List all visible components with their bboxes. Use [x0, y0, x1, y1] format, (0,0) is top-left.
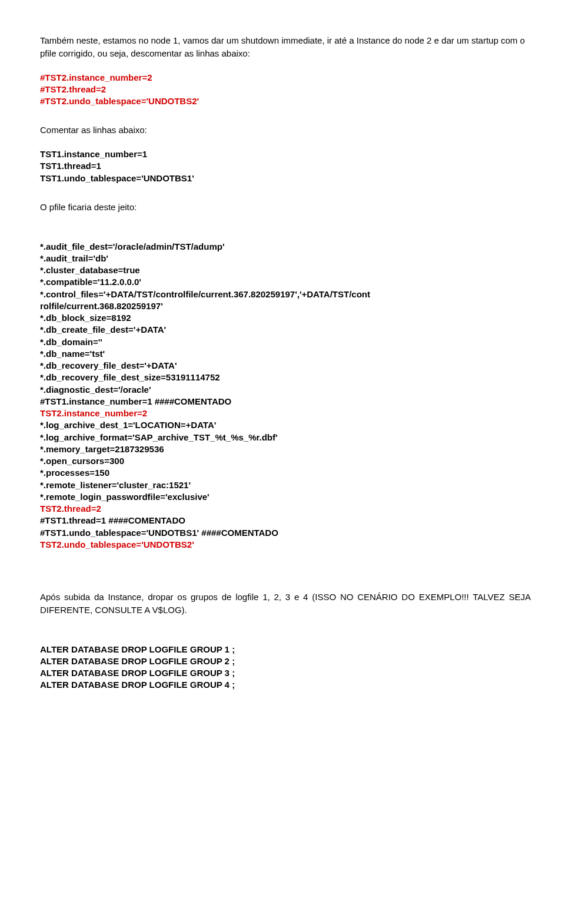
uncomment-line-2: #TST2.thread=2	[40, 84, 531, 95]
pfile-line: *.db_create_file_dest='+DATA'	[40, 324, 531, 336]
uncomment-line-3: #TST2.undo_tablespace='UNDOTBS2'	[40, 95, 531, 107]
drop-logfile-paragraph: Após subida da Instance, dropar os grupo…	[40, 591, 531, 617]
pfile-line: *.processes=150	[40, 467, 531, 479]
intro-paragraph: Também neste, estamos no node 1, vamos d…	[40, 34, 531, 60]
pfile-line: *.cluster_database=true	[40, 264, 531, 276]
uncomment-line-1: #TST2.instance_number=2	[40, 72, 531, 84]
pfile-line: rolfile/current.368.820259197'	[40, 300, 531, 312]
comment-line-2: TST1.thread=1	[40, 160, 531, 172]
pfile-line: *.db_block_size=8192	[40, 312, 531, 324]
comment-lines-block: TST1.instance_number=1 TST1.thread=1 TST…	[40, 148, 531, 184]
pfile-line-highlight: TST2.instance_number=2	[40, 408, 531, 419]
alter-line-4: ALTER DATABASE DROP LOGFILE GROUP 4 ;	[40, 679, 531, 691]
comment-line-3: TST1.undo_tablespace='UNDOTBS1'	[40, 173, 531, 184]
comment-line-1: TST1.instance_number=1	[40, 148, 531, 160]
pfile-line: *.log_archive_dest_1='LOCATION=+DATA'	[40, 419, 531, 431]
pfile-heading: O pfile ficaria deste jeito:	[40, 201, 531, 214]
alter-line-2: ALTER DATABASE DROP LOGFILE GROUP 2 ;	[40, 655, 531, 667]
pfile-block: *.audit_file_dest='/oracle/admin/TST/adu…	[40, 241, 531, 551]
alter-line-1: ALTER DATABASE DROP LOGFILE GROUP 1 ;	[40, 644, 531, 655]
pfile-line: *.remote_login_passwordfile='exclusive'	[40, 491, 531, 503]
pfile-line: *.audit_trail='db'	[40, 253, 531, 264]
pfile-line-highlight: TST2.undo_tablespace='UNDOTBS2'	[40, 539, 531, 551]
pfile-line: *.db_recovery_file_dest='+DATA'	[40, 360, 531, 372]
pfile-line: *.diagnostic_dest='/oracle'	[40, 384, 531, 396]
pfile-line: *.compatible='11.2.0.0.0'	[40, 276, 531, 288]
comment-heading: Comentar as linhas abaixo:	[40, 124, 531, 137]
pfile-line: #TST1.instance_number=1 ####COMENTADO	[40, 396, 531, 408]
alter-block: ALTER DATABASE DROP LOGFILE GROUP 1 ; AL…	[40, 644, 531, 691]
pfile-line: *.remote_listener='cluster_rac:1521'	[40, 479, 531, 491]
pfile-line: *.audit_file_dest='/oracle/admin/TST/adu…	[40, 241, 531, 253]
pfile-line: *.control_files='+DATA/TST/controlfile/c…	[40, 289, 531, 300]
pfile-line: *.log_archive_format='SAP_archive_TST_%t…	[40, 432, 531, 443]
uncomment-lines-block: #TST2.instance_number=2 #TST2.thread=2 #…	[40, 72, 531, 108]
pfile-line: *.open_cursors=300	[40, 455, 531, 467]
pfile-line: *.db_domain=''	[40, 336, 531, 348]
pfile-line: *.db_recovery_file_dest_size=53191114752	[40, 372, 531, 383]
pfile-line-highlight: TST2.thread=2	[40, 503, 531, 515]
pfile-line: #TST1.thread=1 ####COMENTADO	[40, 515, 531, 526]
pfile-line: *.db_name='tst'	[40, 348, 531, 360]
pfile-line: *.memory_target=2187329536	[40, 443, 531, 455]
pfile-line: #TST1.undo_tablespace='UNDOTBS1' ####COM…	[40, 527, 531, 539]
alter-line-3: ALTER DATABASE DROP LOGFILE GROUP 3 ;	[40, 667, 531, 679]
